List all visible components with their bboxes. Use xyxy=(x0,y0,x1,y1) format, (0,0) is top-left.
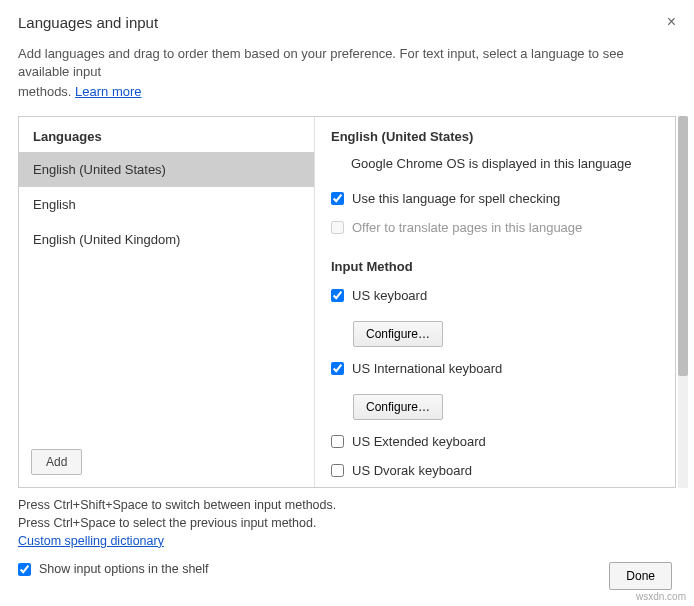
translate-checkbox xyxy=(331,221,344,234)
configure-us-keyboard-button[interactable]: Configure… xyxy=(353,321,443,347)
panels-wrap: Languages English (United States) Englis… xyxy=(18,116,676,488)
scrollbar-thumb[interactable] xyxy=(678,116,688,376)
spell-check-option[interactable]: Use this language for spell checking xyxy=(331,191,659,206)
learn-more-link[interactable]: Learn more xyxy=(75,84,141,99)
languages-panel: Languages English (United States) Englis… xyxy=(19,117,315,487)
footer: Press Ctrl+Shift+Space to switch between… xyxy=(18,496,676,579)
us-ext-keyboard-checkbox[interactable] xyxy=(331,435,344,448)
shelf-checkbox[interactable] xyxy=(18,563,31,576)
panels: Languages English (United States) Englis… xyxy=(18,116,676,488)
attribution: wsxdn.com xyxy=(636,591,686,602)
spell-check-label: Use this language for spell checking xyxy=(352,191,560,206)
us-keyboard-label: US keyboard xyxy=(352,288,427,303)
details-panel: English (United States) Google Chrome OS… xyxy=(315,117,675,487)
shelf-label: Show input options in the shelf xyxy=(39,560,209,578)
custom-dictionary-link[interactable]: Custom spelling dictionary xyxy=(18,534,164,548)
languages-dialog: Languages and input × Add languages and … xyxy=(0,0,694,578)
shortcut-hint-2: Press Ctrl+Space to select the previous … xyxy=(18,514,676,532)
us-dvorak-keyboard-label: US Dvorak keyboard xyxy=(352,463,472,478)
input-method-us-intl-keyboard[interactable]: US International keyboard xyxy=(331,361,659,376)
us-intl-keyboard-checkbox[interactable] xyxy=(331,362,344,375)
language-item-en-us[interactable]: English (United States) xyxy=(19,152,314,187)
selected-language-title: English (United States) xyxy=(331,129,659,144)
display-language-note: Google Chrome OS is displayed in this la… xyxy=(351,156,659,171)
input-method-us-dvorak-keyboard[interactable]: US Dvorak keyboard xyxy=(331,463,659,478)
done-button[interactable]: Done xyxy=(609,562,672,590)
us-keyboard-checkbox[interactable] xyxy=(331,289,344,302)
language-item-en[interactable]: English xyxy=(19,187,314,222)
add-button[interactable]: Add xyxy=(31,449,82,475)
spell-check-checkbox[interactable] xyxy=(331,192,344,205)
configure-us-intl-keyboard-button[interactable]: Configure… xyxy=(353,394,443,420)
input-method-heading: Input Method xyxy=(331,259,659,274)
languages-heading: Languages xyxy=(19,117,314,152)
subtitle-text-a: Add languages and drag to order them bas… xyxy=(18,46,624,79)
input-method-us-ext-keyboard[interactable]: US Extended keyboard xyxy=(331,434,659,449)
translate-label: Offer to translate pages in this languag… xyxy=(352,220,582,235)
dialog-header: Languages and input × xyxy=(18,14,676,45)
dialog-subtitle: Add languages and drag to order them bas… xyxy=(18,45,676,81)
us-intl-keyboard-label: US International keyboard xyxy=(352,361,502,376)
language-item-en-uk[interactable]: English (United Kingdom) xyxy=(19,222,314,257)
subtitle-text-b: methods. xyxy=(18,84,75,99)
translate-option: Offer to translate pages in this languag… xyxy=(331,220,659,235)
shortcut-hint-1: Press Ctrl+Shift+Space to switch between… xyxy=(18,496,676,514)
shelf-option[interactable]: Show input options in the shelf xyxy=(18,560,676,578)
input-method-us-keyboard[interactable]: US keyboard xyxy=(331,288,659,303)
us-dvorak-keyboard-checkbox[interactable] xyxy=(331,464,344,477)
close-icon[interactable]: × xyxy=(667,14,676,30)
us-ext-keyboard-label: US Extended keyboard xyxy=(352,434,486,449)
dialog-subtitle-2: methods. Learn more xyxy=(18,83,676,101)
language-list: English (United States) English English … xyxy=(19,152,314,257)
dialog-title: Languages and input xyxy=(18,14,158,31)
